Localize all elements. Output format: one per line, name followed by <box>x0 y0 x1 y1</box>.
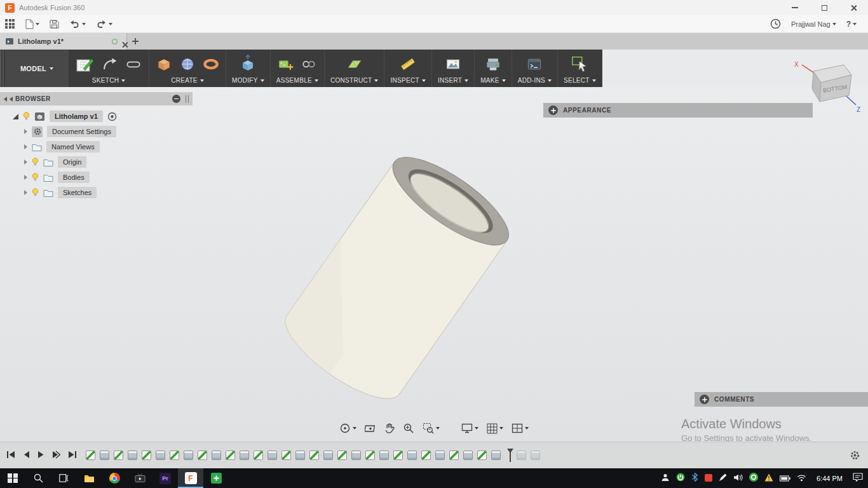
timeline-suppressed-feature-icon[interactable] <box>517 451 526 460</box>
select-button[interactable] <box>570 55 589 74</box>
browser-item-label[interactable]: Origin <box>58 156 86 168</box>
timeline-feature-icon[interactable] <box>184 451 193 460</box>
visibility-bulb-icon[interactable] <box>32 188 39 197</box>
select-menu[interactable]: SELECT <box>564 77 596 86</box>
timeline-feature-icon[interactable] <box>379 451 389 460</box>
timeline-sketch-icon[interactable] <box>142 451 151 460</box>
pen-input-icon[interactable] <box>719 473 727 484</box>
viewports-button[interactable] <box>510 422 531 435</box>
timeline-feature-icon[interactable] <box>128 451 137 460</box>
inspect-menu[interactable]: INSPECT <box>390 77 425 86</box>
chrome-button[interactable] <box>102 468 127 488</box>
timeline-sketch-icon[interactable] <box>337 451 347 460</box>
help-menu-button[interactable]: ? <box>841 20 862 29</box>
close-button[interactable] <box>839 0 868 15</box>
pan-tool-button[interactable] <box>383 421 397 435</box>
visibility-bulb-icon[interactable] <box>32 173 39 182</box>
timeline-go-to-end-button[interactable] <box>68 450 77 461</box>
activate-component-icon[interactable] <box>107 112 117 121</box>
browser-item-bodies[interactable]: Bodies <box>0 170 203 185</box>
timeline-sketch-icon[interactable] <box>170 451 179 460</box>
browser-panel-header[interactable]: BROWSER <box>0 92 193 105</box>
new-tab-button[interactable] <box>127 33 144 50</box>
visibility-bulb-icon[interactable] <box>23 112 30 121</box>
sketch-slot-button[interactable] <box>124 55 143 73</box>
joint-button[interactable] <box>300 55 318 73</box>
taskbar-clock[interactable]: 6:44 PM <box>813 475 846 482</box>
create-form-button[interactable] <box>179 55 196 73</box>
browser-item-origin[interactable]: Origin <box>0 154 203 170</box>
browser-item-label[interactable]: Document Settings <box>47 126 116 137</box>
display-settings-button[interactable] <box>459 422 480 435</box>
expand-arrow-icon[interactable] <box>24 159 27 165</box>
redo-button[interactable] <box>91 15 118 32</box>
battery-icon[interactable] <box>780 473 790 484</box>
expand-plus-icon[interactable] <box>548 105 558 115</box>
new-component-button[interactable] <box>276 55 294 73</box>
look-at-tool-button[interactable] <box>363 421 378 435</box>
browser-item-named-views[interactable]: Named Views <box>0 139 203 154</box>
assemble-menu[interactable]: ASSEMBLE <box>276 77 318 86</box>
create-sketch-button[interactable] <box>74 54 95 74</box>
zoom-tool-button[interactable] <box>401 421 416 435</box>
browser-item-label[interactable]: Sketches <box>58 187 97 198</box>
timeline-step-forward-button[interactable] <box>52 450 60 461</box>
expand-arrow-icon[interactable] <box>24 129 27 134</box>
browser-item-label[interactable]: Named Views <box>46 141 100 152</box>
timeline-sketch-icon[interactable] <box>309 451 319 460</box>
grid-and-snaps-button[interactable] <box>485 422 505 435</box>
modify-menu[interactable]: MODIFY <box>232 77 264 86</box>
viewport-canvas[interactable]: BROWSER Litholamp v1 Document Settings N… <box>0 87 868 442</box>
timeline-sketch-icon[interactable] <box>198 451 207 460</box>
action-center-button[interactable] <box>853 473 863 484</box>
people-icon[interactable] <box>661 473 670 484</box>
create-torus-button[interactable] <box>202 55 220 73</box>
timeline-sketch-icon[interactable] <box>254 451 263 460</box>
fusion-360-taskbar-button[interactable]: F <box>178 468 203 488</box>
start-button[interactable] <box>0 468 25 488</box>
appearance-panel-header[interactable]: APPEARANCE <box>543 103 813 118</box>
visibility-bulb-icon[interactable] <box>32 158 39 166</box>
timeline-marker[interactable] <box>506 447 514 464</box>
timeline-go-to-start-button[interactable] <box>6 450 15 461</box>
network-icon[interactable] <box>797 473 806 484</box>
timeline-feature-icon[interactable] <box>212 451 221 460</box>
timeline-feature-icon[interactable] <box>268 451 277 460</box>
timeline-sketch-icon[interactable] <box>365 451 375 460</box>
green-app-button[interactable] <box>203 468 229 488</box>
timeline-settings-gear-icon[interactable] <box>850 450 860 461</box>
browser-item-sketches[interactable]: Sketches <box>0 185 203 200</box>
construction-plane-button[interactable] <box>345 55 364 73</box>
browser-root-row[interactable]: Litholamp v1 <box>0 109 203 124</box>
user-account-menu[interactable]: Prajjwal Nag <box>786 20 841 28</box>
timeline-sketch-icon[interactable] <box>449 451 459 460</box>
timeline-feature-icon[interactable] <box>156 451 165 460</box>
create-box-button[interactable] <box>155 55 173 73</box>
create-menu[interactable]: CREATE <box>171 77 204 86</box>
timeline-sketch-icon[interactable] <box>477 451 487 460</box>
timeline-sketch-icon[interactable] <box>393 451 403 460</box>
browser-root-label[interactable]: Litholamp v1 <box>50 111 103 122</box>
timeline-step-back-button[interactable] <box>23 450 30 461</box>
comments-panel-header[interactable]: COMMENTS <box>695 392 868 407</box>
save-button[interactable] <box>44 15 64 32</box>
job-status-button[interactable] <box>765 18 786 29</box>
timeline-sketch-icon[interactable] <box>421 451 431 460</box>
gpu-utility-icon[interactable] <box>705 473 712 484</box>
browser-item-document-settings[interactable]: Document Settings <box>0 124 203 139</box>
file-explorer-button[interactable] <box>76 468 102 488</box>
timeline-feature-icon[interactable] <box>351 451 361 460</box>
browser-item-label[interactable]: Bodies <box>58 172 90 183</box>
construct-menu[interactable]: CONSTRUCT <box>330 77 378 86</box>
3d-print-button[interactable] <box>484 55 502 73</box>
power-status-icon[interactable] <box>676 473 685 484</box>
timeline-feature-icon[interactable] <box>435 451 445 460</box>
premiere-pro-button[interactable]: Pr <box>153 468 178 488</box>
insert-menu[interactable]: INSERT <box>438 77 468 86</box>
timeline-play-button[interactable] <box>37 450 44 461</box>
collapse-browser-button[interactable] <box>172 95 180 103</box>
timeline-sketch-icon[interactable] <box>281 451 291 460</box>
timeline-feature-icon[interactable] <box>295 451 305 460</box>
timeline-feature-icon[interactable] <box>407 451 417 460</box>
workspace-selector[interactable]: MODEL <box>5 50 69 87</box>
